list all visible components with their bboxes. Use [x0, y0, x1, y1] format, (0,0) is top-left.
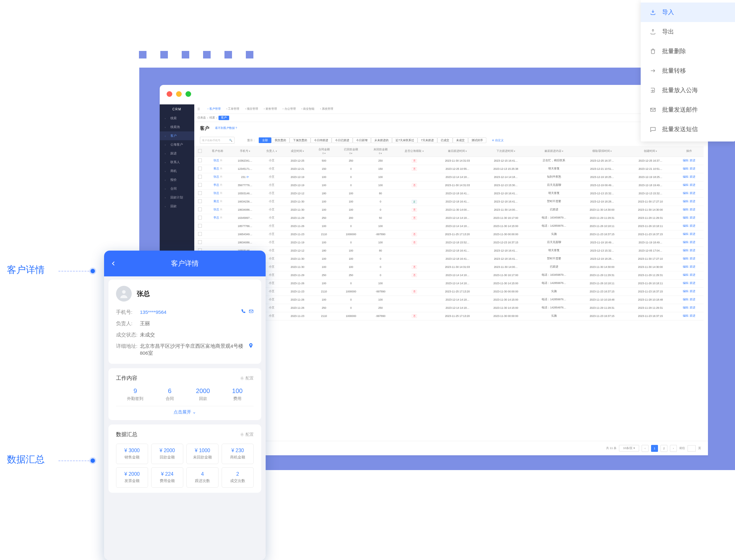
- menu-import[interactable]: 导入: [641, 3, 735, 22]
- follow-link[interactable]: 跟进: [690, 257, 695, 260]
- copy-icon[interactable]: ⎘: [220, 159, 222, 162]
- col-header-9[interactable]: 最后跟进时间 ▾: [433, 146, 482, 157]
- pager-goto-input[interactable]: [688, 445, 696, 452]
- summary-box-7[interactable]: 2成交次数: [222, 467, 254, 488]
- sidebar-item-7[interactable]: ▫报价: [160, 175, 194, 184]
- filter-chip-3[interactable]: 今日待跟进: [311, 137, 332, 143]
- edit-link[interactable]: 编辑: [683, 290, 688, 293]
- select-all-checkbox[interactable]: [198, 149, 202, 153]
- menu-batch-delete[interactable]: 批量删除: [641, 42, 735, 61]
- edit-link[interactable]: 编辑: [683, 175, 688, 178]
- col-header-10[interactable]: 下次跟进时间 ▾: [482, 146, 530, 157]
- follow-link[interactable]: 跟进: [690, 314, 695, 317]
- pager-prev[interactable]: ‹: [642, 445, 649, 452]
- follow-link[interactable]: 跟进: [690, 306, 695, 309]
- menu-batch-mail[interactable]: 批量发送邮件: [641, 100, 735, 119]
- filter-chip-4[interactable]: 今日已跟进: [332, 137, 353, 143]
- follow-link[interactable]: 跟进: [690, 290, 695, 293]
- customer-link[interactable]: 张总: [214, 208, 219, 211]
- menu-batch-sms[interactable]: 批量发送短信: [641, 119, 735, 139]
- close-icon[interactable]: [167, 91, 172, 97]
- edit-link[interactable]: 编辑: [683, 167, 688, 170]
- row-checkbox[interactable]: [198, 183, 202, 187]
- follow-link[interactable]: 跟进: [690, 224, 695, 227]
- sidebar-item-8[interactable]: ▫合同: [160, 184, 194, 193]
- row-checkbox[interactable]: [198, 191, 202, 195]
- customer-link[interactable]: 李总: [214, 216, 219, 219]
- edit-link[interactable]: 编辑: [683, 191, 688, 195]
- summary-box-4[interactable]: ¥ 2000发票金额: [116, 467, 148, 488]
- follow-link[interactable]: 跟进: [690, 273, 695, 276]
- crumb-customer[interactable]: 客户: [219, 116, 229, 120]
- config-button[interactable]: 配置: [240, 375, 254, 381]
- follow-link[interactable]: 跟进: [690, 216, 695, 219]
- filter-chip-9[interactable]: 已成交: [437, 137, 453, 143]
- col-header-3[interactable]: 负责人 ▾: [260, 146, 283, 157]
- summary-box-6[interactable]: 4跟进次数: [187, 467, 219, 488]
- follow-link[interactable]: 跟进: [690, 265, 695, 268]
- row-checkbox[interactable]: [198, 232, 202, 236]
- nav-item-2[interactable]: ▫ 项目管理: [245, 107, 258, 110]
- filter-chip-2[interactable]: 下属负责的: [290, 137, 311, 143]
- customer-link[interactable]: 黄总: [214, 200, 219, 203]
- work-stat-2[interactable]: 2000回款: [196, 387, 210, 402]
- filter-chip-8[interactable]: 7天未跟进: [417, 137, 437, 143]
- follow-link[interactable]: 跟进: [690, 208, 695, 211]
- menu-export[interactable]: 导出: [641, 22, 735, 42]
- row-checkbox[interactable]: [198, 167, 202, 170]
- edit-link[interactable]: 编辑: [683, 183, 688, 186]
- nav-item-0[interactable]: ▫ 客户管理: [208, 107, 221, 110]
- row-checkbox[interactable]: [198, 208, 202, 211]
- edit-link[interactable]: 编辑: [683, 281, 688, 285]
- follow-link[interactable]: 跟进: [690, 241, 695, 244]
- follow-link[interactable]: 跟进: [690, 159, 695, 162]
- sidebar-item-3[interactable]: ▫公海客户: [160, 140, 194, 149]
- copy-icon[interactable]: ⎘: [220, 167, 222, 170]
- edit-link[interactable]: 编辑: [683, 257, 688, 260]
- row-checkbox[interactable]: [198, 216, 202, 219]
- work-stat-3[interactable]: 100费用: [232, 387, 242, 402]
- filter-chip-1[interactable]: 我负责的: [271, 137, 290, 143]
- work-stat-0[interactable]: 9外勤签到: [127, 387, 143, 402]
- nav-item-4[interactable]: ▫ 办公管理: [283, 107, 296, 110]
- col-header-1[interactable]: 客户名称: [205, 146, 230, 157]
- row-checkbox[interactable]: [198, 199, 202, 203]
- expand-button[interactable]: 点击展开 ⌄: [116, 406, 254, 415]
- col-header-2[interactable]: 手机号 ▾: [230, 146, 260, 157]
- col-header-5[interactable]: 合同金额0 ▾: [312, 146, 337, 157]
- edit-link[interactable]: 编辑: [683, 265, 688, 268]
- filter-chip-5[interactable]: 今日新增: [353, 137, 371, 143]
- row-checkbox[interactable]: [198, 158, 202, 162]
- customer-link[interactable]: 黄总: [214, 167, 219, 170]
- sidebar-item-2[interactable]: ▫客户: [160, 131, 194, 140]
- col-header-8[interactable]: 是否公海领取 ▾: [395, 146, 433, 157]
- config-button[interactable]: 配置: [240, 432, 254, 437]
- summary-box-0[interactable]: ¥ 3000销售金额: [116, 444, 148, 464]
- location-pin-icon[interactable]: [248, 343, 254, 348]
- copy-icon[interactable]: ⎘: [220, 191, 222, 195]
- edit-link[interactable]: 编辑: [683, 208, 688, 211]
- copy-icon[interactable]: ⎘: [220, 175, 222, 178]
- copy-icon[interactable]: ⎘: [220, 216, 222, 219]
- edit-link[interactable]: 编辑: [683, 159, 688, 162]
- summary-box-5[interactable]: ¥ 224费用金额: [151, 467, 183, 488]
- menu-batch-transfer[interactable]: 批量转移: [641, 61, 735, 80]
- edit-link[interactable]: 编辑: [683, 298, 688, 301]
- edit-link[interactable]: 编辑: [683, 216, 688, 219]
- row-checkbox[interactable]: [198, 240, 202, 244]
- filter-chip-10[interactable]: 未成交: [453, 137, 468, 143]
- follow-link[interactable]: 跟进: [690, 249, 695, 252]
- sidebar-item-6[interactable]: ▫商机: [160, 167, 194, 175]
- col-header-6[interactable]: 已回款金额0 ▾: [337, 146, 366, 157]
- customer-link[interactable]: 张总: [214, 159, 219, 162]
- menu-batch-to-pool[interactable]: 批量放入公海: [641, 80, 735, 100]
- nav-item-1[interactable]: ▫ 工单管理: [226, 107, 240, 110]
- col-header-11[interactable]: 最新跟进内容 ▾: [530, 146, 578, 157]
- row-checkbox[interactable]: [198, 224, 202, 228]
- page-tip-link[interactable]: 看不到客户数据？: [215, 126, 238, 130]
- call-icon[interactable]: [241, 309, 246, 314]
- sidebar-item-10[interactable]: ▫回款: [160, 202, 194, 211]
- col-header-4[interactable]: 成交时间 ▾: [283, 146, 312, 157]
- edit-link[interactable]: 编辑: [683, 224, 688, 227]
- edit-link[interactable]: 编辑: [683, 200, 688, 203]
